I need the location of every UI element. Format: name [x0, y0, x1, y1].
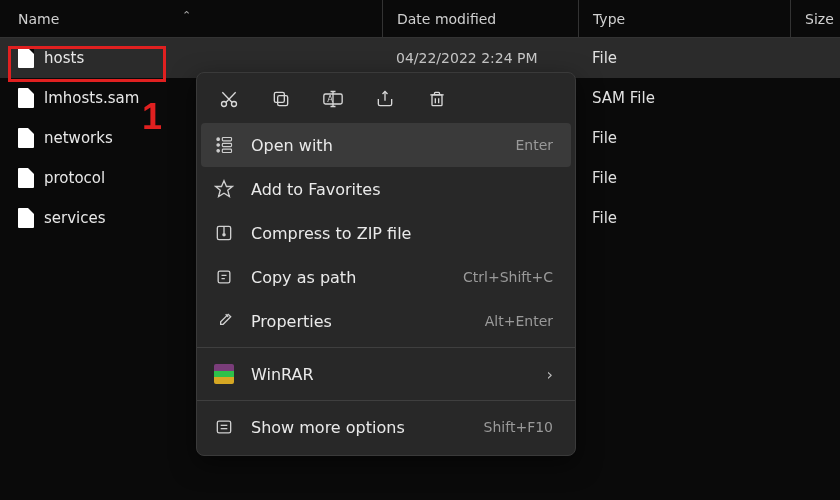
file-name: protocol: [44, 169, 105, 187]
menu-label: WinRAR: [251, 365, 531, 384]
menu-label: Add to Favorites: [251, 180, 553, 199]
file-icon: [18, 88, 34, 108]
winrar-icon: [213, 363, 235, 385]
file-type: SAM File: [578, 89, 790, 107]
svg-point-20: [223, 234, 225, 236]
file-icon: [18, 168, 34, 188]
chevron-right-icon: ›: [547, 365, 553, 384]
file-icon: [18, 208, 34, 228]
svg-point-0: [222, 102, 227, 107]
file-icon: [18, 48, 34, 68]
file-name: hosts: [44, 49, 84, 67]
menu-accel: Shift+F10: [484, 419, 553, 435]
menu-separator: [197, 347, 575, 348]
menu-item-copy-path[interactable]: Copy as path Ctrl+Shift+C: [197, 255, 575, 299]
svg-rect-15: [222, 143, 231, 146]
svg-rect-3: [274, 92, 284, 102]
column-header-date[interactable]: Date modified: [382, 0, 578, 37]
file-name: networks: [44, 129, 113, 147]
file-type: File: [578, 209, 790, 227]
menu-item-properties[interactable]: Properties Alt+Enter: [197, 299, 575, 343]
svg-point-12: [217, 144, 220, 147]
menu-label: Compress to ZIP file: [251, 224, 553, 243]
sort-caret-icon: ⌃: [182, 9, 191, 22]
column-size-label: Size: [805, 11, 834, 27]
menu-item-more-options[interactable]: Show more options Shift+F10: [197, 405, 575, 449]
svg-text:A: A: [327, 94, 333, 104]
column-header-name[interactable]: Name ⌃: [0, 11, 382, 27]
menu-accel: Alt+Enter: [485, 313, 553, 329]
file-type: File: [578, 129, 790, 147]
file-name: services: [44, 209, 106, 227]
menu-separator: [197, 400, 575, 401]
menu-label: Properties: [251, 312, 469, 331]
menu-item-favorites[interactable]: Add to Favorites: [197, 167, 575, 211]
copy-icon[interactable]: [269, 87, 293, 111]
menu-label: Copy as path: [251, 268, 447, 287]
properties-icon: [213, 310, 235, 332]
cut-icon[interactable]: [217, 87, 241, 111]
star-icon: [213, 178, 235, 200]
svg-rect-16: [222, 149, 231, 152]
menu-item-open-with[interactable]: Open with Enter: [201, 123, 571, 167]
svg-rect-21: [218, 271, 230, 283]
more-options-icon: [213, 416, 235, 438]
menu-label: Show more options: [251, 418, 468, 437]
svg-rect-8: [432, 95, 442, 106]
rename-icon[interactable]: A: [321, 87, 345, 111]
file-icon: [18, 128, 34, 148]
share-icon[interactable]: [373, 87, 397, 111]
svg-rect-14: [222, 138, 231, 141]
file-name: lmhosts.sam: [44, 89, 139, 107]
context-menu: A Open with Enter Add to Favorites Compr…: [196, 72, 576, 456]
svg-point-13: [217, 150, 220, 153]
menu-accel: Ctrl+Shift+C: [463, 269, 553, 285]
zip-icon: [213, 222, 235, 244]
copy-path-icon: [213, 266, 235, 288]
context-menu-iconbar: A: [197, 73, 575, 123]
menu-item-compress[interactable]: Compress to ZIP file: [197, 211, 575, 255]
column-name-label: Name: [18, 11, 59, 27]
svg-point-1: [232, 102, 237, 107]
menu-label: Open with: [251, 136, 499, 155]
column-date-label: Date modified: [397, 11, 496, 27]
delete-icon[interactable]: [425, 87, 449, 111]
column-header-type[interactable]: Type: [578, 0, 790, 37]
column-type-label: Type: [593, 11, 625, 27]
svg-marker-17: [216, 181, 233, 197]
file-type: File: [578, 49, 790, 67]
svg-rect-22: [217, 421, 230, 433]
file-date: 04/22/2022 2:24 PM: [382, 50, 578, 66]
column-header-row: Name ⌃ Date modified Type Size: [0, 0, 840, 38]
svg-rect-2: [278, 96, 288, 106]
file-type: File: [578, 169, 790, 187]
open-with-icon: [213, 134, 235, 156]
menu-item-winrar[interactable]: WinRAR ›: [197, 352, 575, 396]
column-header-size[interactable]: Size: [790, 0, 840, 37]
svg-point-11: [217, 138, 220, 141]
menu-accel: Enter: [515, 137, 553, 153]
